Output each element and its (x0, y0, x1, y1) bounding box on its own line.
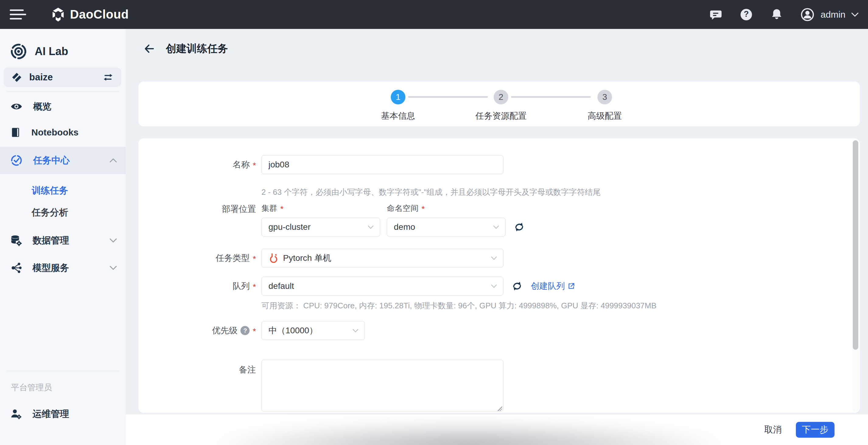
sidebar-item-training-tasks[interactable]: 训练任务 (0, 183, 126, 198)
product-name: AI Lab (35, 45, 68, 58)
brand-name: DaoCloud (70, 8, 129, 21)
notifications-bell-icon[interactable] (769, 7, 784, 22)
sidebar-item-data-management[interactable]: 数据管理 (0, 230, 126, 251)
required-marker: * (253, 253, 256, 264)
chevron-down-icon (109, 238, 117, 243)
sidebar: AI Lab baize 概览 (0, 29, 126, 445)
name-hint: 2 - 63 个字符，必须由小写字母、数字字符或"-"组成，并且必须以字母开头及… (261, 187, 601, 197)
step-1-circle[interactable]: 1 (391, 90, 405, 104)
namespace-select[interactable]: demo (387, 218, 505, 236)
main-content: 创建训练任务 1 2 3 基本信息 任务资源配置 高级配置 名称* 2 - 63… (126, 29, 868, 445)
remark-label: 备注 (138, 360, 257, 376)
footer-shadow (201, 424, 737, 445)
queue-hint: 可用资源： CPU: 979Core, 内存: 195.28Ti, 物理卡数量:… (261, 300, 656, 311)
chevron-down-icon (368, 225, 374, 229)
switch-workspace-icon[interactable] (103, 73, 113, 82)
priority-select[interactable]: 中（10000） (261, 321, 365, 340)
create-queue-link[interactable]: 创建队列 (531, 280, 575, 292)
next-step-button[interactable]: 下一步 (796, 422, 835, 438)
sidebar-item-label: 任务中心 (33, 154, 70, 167)
priority-help-icon[interactable]: ? (241, 326, 250, 335)
admin-gear-icon (10, 408, 22, 420)
chevron-down-icon (493, 225, 499, 229)
cluster-label: 集群* (261, 203, 380, 214)
step-connector (408, 96, 488, 98)
external-link-icon (567, 282, 575, 290)
step-3-label: 高级配置 (565, 110, 644, 122)
sidebar-item-label: 模型服务 (33, 262, 69, 274)
model-network-icon (10, 262, 22, 274)
check-circle-icon (10, 154, 23, 166)
sidebar-item-label: 概览 (33, 100, 52, 113)
chevron-down-icon (491, 256, 497, 260)
chevron-up-icon (109, 158, 117, 163)
sidebar-item-model-services[interactable]: 模型服务 (0, 257, 126, 279)
avatar-icon (800, 7, 815, 22)
chevron-down-icon (109, 265, 117, 270)
namespace-label: 命名空间* (387, 203, 505, 214)
sidebar-item-ops-management[interactable]: 运维管理 (0, 403, 126, 424)
chevron-down-icon (851, 12, 859, 17)
required-marker: * (280, 203, 284, 214)
cluster-select[interactable]: gpu-cluster (261, 218, 380, 236)
job-type-label: 任务类型* (138, 252, 257, 264)
scrollbar-track[interactable] (852, 140, 859, 412)
user-menu[interactable]: admin (800, 7, 859, 22)
ai-lab-logo-icon (10, 42, 27, 60)
required-marker: * (253, 325, 256, 336)
scrollbar-thumb[interactable] (853, 140, 858, 350)
brand: DaoCloud (51, 7, 129, 22)
topbar: DaoCloud ? (0, 0, 868, 29)
step-1-label: 基本信息 (359, 110, 438, 122)
pytorch-icon (269, 253, 279, 263)
workspace-icon (11, 72, 22, 83)
sidebar-item-notebooks[interactable]: Notebooks (0, 122, 126, 143)
help-icon[interactable]: ? (739, 7, 753, 22)
database-gear-icon (10, 235, 22, 246)
sidebar-item-label: Notebooks (31, 127, 79, 137)
back-arrow-icon[interactable] (143, 42, 156, 55)
refresh-queue-icon[interactable] (510, 279, 524, 293)
job-type-select[interactable]: Pytorch 单机 (261, 249, 503, 267)
eye-icon (10, 102, 23, 112)
chevron-down-icon (352, 329, 359, 333)
workspace-name: baize (29, 72, 96, 83)
sidebar-item-label: 运维管理 (33, 408, 69, 420)
daocloud-logo-icon (51, 7, 65, 22)
queue-select[interactable]: default (261, 277, 503, 295)
product-header: AI Lab (0, 29, 126, 61)
message-icon[interactable] (709, 7, 723, 22)
resize-handle[interactable] (497, 406, 502, 411)
step-2-label: 任务资源配置 (461, 110, 540, 122)
sidebar-item-task-analysis[interactable]: 任务分析 (0, 204, 126, 220)
name-input[interactable] (261, 155, 503, 174)
username: admin (820, 9, 845, 20)
required-marker: * (422, 203, 425, 214)
name-label: 名称* (138, 159, 257, 170)
remark-textarea[interactable] (261, 360, 503, 412)
stepper-card: 1 2 3 基本信息 任务资源配置 高级配置 (138, 82, 860, 126)
page-title: 创建训练任务 (166, 42, 228, 56)
footer-bar: 取消 下一步 (0, 415, 868, 445)
step-connector (511, 96, 591, 98)
priority-label: 优先级 ? * (138, 325, 257, 336)
role-label: 平台管理员 (11, 382, 52, 393)
workspace-selector[interactable]: baize (4, 68, 121, 87)
form-card: 名称* 2 - 63 个字符，必须由小写字母、数字字符或"-"组成，并且必须以字… (138, 138, 860, 413)
menu-toggle-icon[interactable] (10, 8, 27, 21)
sidebar-item-overview[interactable]: 概览 (0, 96, 126, 117)
book-icon (10, 127, 21, 138)
cancel-button[interactable]: 取消 (764, 424, 782, 436)
sidebar-divider (7, 92, 119, 92)
step-3-circle[interactable]: 3 (597, 90, 612, 104)
sidebar-subitem-label: 任务分析 (32, 206, 68, 219)
queue-label: 队列* (138, 280, 257, 292)
location-label: 部署位置 (138, 203, 257, 215)
required-marker: * (253, 281, 256, 292)
step-2-circle[interactable]: 2 (494, 90, 508, 104)
refresh-location-icon[interactable] (512, 220, 526, 234)
sidebar-item-label: 数据管理 (33, 234, 69, 247)
sidebar-item-task-center[interactable]: 任务中心 (0, 147, 126, 174)
svg-text:?: ? (744, 9, 749, 19)
sidebar-subitem-label: 训练任务 (32, 185, 68, 197)
